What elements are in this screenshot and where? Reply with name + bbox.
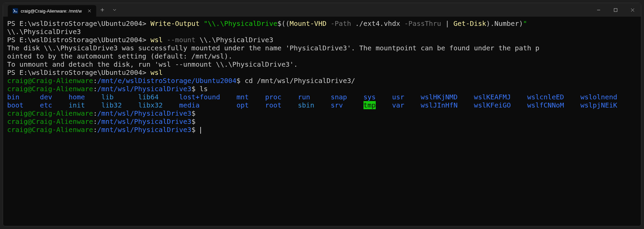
ls-entry: opt <box>236 101 249 109</box>
ls-entry: etc <box>40 101 52 109</box>
terminal-text <box>52 101 68 109</box>
terminal-text <box>314 101 331 109</box>
ls-entry: tmp <box>363 101 376 109</box>
terminal-text: \\.\PhysicalDrive3 <box>7 28 81 36</box>
terminal-text <box>85 101 101 109</box>
ls-entry: root <box>265 101 282 109</box>
terminal-line: PS E:\wslDistroStorage\Ubuntu2004> Write… <box>7 19 637 28</box>
tab-title: craig@Craig-Alienware: /mnt/w <box>21 9 84 14</box>
terminal-text <box>564 93 580 101</box>
terminal-line: craig@Craig-Alienware:/mnt/wsl/PhysicalD… <box>7 117 637 126</box>
ls-entry: boot <box>7 101 23 109</box>
terminal-text: cd /mnt/wsl/PhysicalDrive3/ <box>240 77 355 85</box>
terminal-text <box>200 101 236 109</box>
terminal-text <box>511 101 527 109</box>
svg-rect-1 <box>614 9 617 12</box>
terminal-text <box>249 93 265 101</box>
ls-entry: var <box>392 101 404 109</box>
terminal-text <box>85 93 101 101</box>
terminal-text: -Path <box>326 19 351 28</box>
tab-strip: craig@Craig-Alienware: /mnt/w <box>3 3 121 17</box>
terminal-tab[interactable]: craig@Craig-Alienware: /mnt/w <box>8 5 96 17</box>
terminal-text: ./ext4.vhdx <box>351 19 400 28</box>
ls-entry: media <box>179 101 200 109</box>
terminal-text: $( <box>277 19 286 28</box>
terminal-line: PS E:\wslDistroStorage\Ubuntu2004> wsl -… <box>7 36 637 44</box>
terminal-text: : <box>93 109 97 117</box>
ls-entry: wslKEAFMJ <box>474 93 511 101</box>
terminal-text: wsl <box>150 68 163 77</box>
terminal-text: : <box>93 126 97 134</box>
ls-entry: usr <box>392 93 404 101</box>
terminal-line: craig@Craig-Alienware:/mnt/wsl/PhysicalD… <box>7 126 637 134</box>
terminal-text: ) <box>486 19 490 28</box>
ls-entry: srv <box>331 101 343 109</box>
ls-entry: wslJInHfN <box>421 101 457 109</box>
titlebar-drag-area[interactable] <box>121 3 590 17</box>
titlebar[interactable]: craig@Craig-Alienware: /mnt/w <box>3 3 641 17</box>
maximize-button[interactable] <box>607 3 624 17</box>
terminal-line: craig@Craig-Alienware:/mnt/e/wslDistroSt… <box>7 77 637 85</box>
terminal-text <box>159 93 179 101</box>
terminal-text <box>458 101 474 109</box>
new-tab-button[interactable] <box>96 3 108 17</box>
ls-entry: run <box>298 93 310 101</box>
minimize-button[interactable] <box>590 3 607 17</box>
terminal-line: \\.\PhysicalDrive3 <box>7 28 637 36</box>
terminal-text: \\.\PhysicalDrive3 <box>196 36 273 44</box>
ls-entry: snap <box>331 93 347 101</box>
terminal-text <box>343 101 363 109</box>
terminal-text: ) <box>519 19 523 28</box>
terminal-text: To unmount and detach the disk, run 'wsl… <box>7 60 298 68</box>
close-button[interactable] <box>624 3 641 17</box>
terminal-text: | <box>441 19 453 28</box>
terminal-text: /mnt/wsl/PhysicalDrive3 <box>97 109 191 117</box>
ls-entry: lib32 <box>101 101 122 109</box>
terminal-text: Get-Disk <box>454 19 486 28</box>
terminal-text: $ <box>191 117 196 126</box>
terminal-text: /mnt/wsl/PhysicalDrive3 <box>97 85 191 93</box>
terminal-text <box>347 93 363 101</box>
terminal-text: /mnt/wsl/PhysicalDrive3 <box>97 117 191 126</box>
terminal-text: /mnt/wsl/PhysicalDrive3 <box>97 126 191 134</box>
terminal-text <box>458 93 474 101</box>
terminal-text <box>249 101 265 109</box>
ls-entry: libx32 <box>138 101 163 109</box>
terminal-text: ( <box>286 19 290 28</box>
ls-entry: dev <box>40 93 52 101</box>
terminal-text: wsl <box>150 36 163 44</box>
terminal-text <box>282 93 298 101</box>
close-tab-icon[interactable] <box>87 8 92 14</box>
terminal-text <box>404 93 421 101</box>
terminal-text: craig@Craig-Alienware <box>7 85 93 93</box>
terminal-text: "\\.\PhysicalDrive <box>200 19 277 28</box>
terminal-text <box>282 101 298 109</box>
terminal-text: craig@Craig-Alienware <box>7 117 93 126</box>
terminal-window: craig@Craig-Alienware: /mnt/w <box>3 3 641 226</box>
terminal-text: /mnt/e/wslDistroStorage/Ubuntu2004 <box>97 77 236 85</box>
window-controls <box>590 3 641 17</box>
cursor <box>200 127 201 134</box>
terminal-text <box>404 101 421 109</box>
tab-dropdown-button[interactable] <box>108 3 121 17</box>
terminal-line: The disk \\.\PhysicalDrive3 was successf… <box>7 44 637 52</box>
ls-entry: mnt <box>236 93 249 101</box>
terminal-text: $ <box>236 77 240 85</box>
ls-entry: wslpjNEiK <box>580 101 617 109</box>
ls-entry: bin <box>7 93 19 101</box>
terminal-text: ls <box>196 85 208 93</box>
terminal-output[interactable]: PS E:\wslDistroStorage\Ubuntu2004> Write… <box>3 17 641 226</box>
terminal-text: craig@Craig-Alienware <box>7 126 93 134</box>
ls-entry: proc <box>265 93 282 101</box>
terminal-text: Write-Output <box>150 19 200 28</box>
terminal-text: : <box>93 85 97 93</box>
terminal-text <box>196 126 200 134</box>
ls-entry: wslKFeiGO <box>474 101 511 109</box>
ls-entry: home <box>69 93 85 101</box>
terminal-text <box>114 93 138 101</box>
terminal-text: $ <box>191 126 196 134</box>
ls-row: bin dev home lib lib64 lost+found mnt pr… <box>7 93 637 101</box>
ls-entry: sys <box>363 93 376 101</box>
ls-entry: wslolnend <box>580 93 617 101</box>
terminal-text: " <box>523 19 527 28</box>
